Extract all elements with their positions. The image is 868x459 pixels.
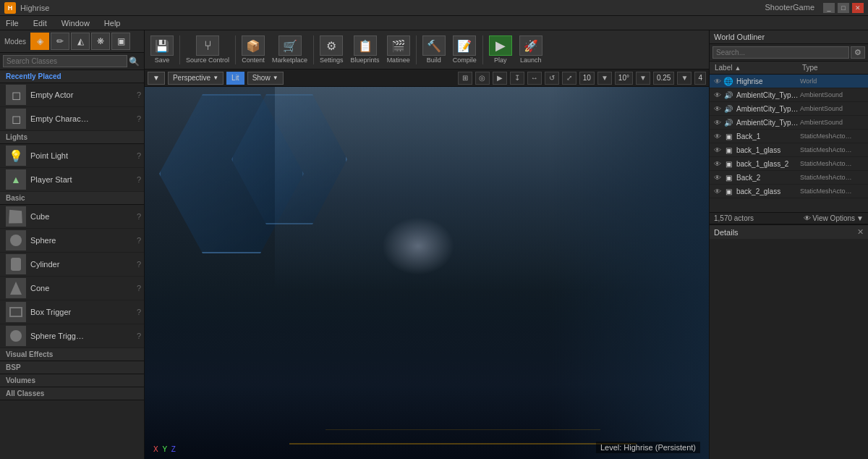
list-item[interactable]: ▲ Player Start ? bbox=[0, 168, 144, 192]
show-btn[interactable]: Show ▼ bbox=[247, 72, 284, 85]
mode-btn-foliage[interactable]: ❋ bbox=[91, 33, 110, 50]
menu-help[interactable]: Help bbox=[101, 17, 124, 29]
list-item[interactable]: Sphere Trigg… ? bbox=[0, 324, 144, 348]
menu-file[interactable]: File bbox=[3, 17, 22, 29]
details-close-icon[interactable]: ✕ bbox=[857, 227, 864, 237]
table-row[interactable]: 👁 🔊 AmbientCity_TypeC_Stereo_{Ambient… A… bbox=[710, 102, 868, 116]
mode-btn-place[interactable]: ◈ bbox=[30, 33, 49, 50]
outliner-type-col[interactable]: Type bbox=[800, 63, 865, 72]
settings-icon: ⚙ bbox=[320, 35, 343, 56]
empty-actor-help[interactable]: ? bbox=[137, 90, 141, 99]
menu-window[interactable]: Window bbox=[59, 17, 93, 29]
mode-btn-landscape[interactable]: ◭ bbox=[71, 33, 90, 50]
table-row[interactable]: 👁 🌐 Highrise World bbox=[710, 75, 868, 88]
build-tool[interactable]: 🔨 Build bbox=[420, 34, 448, 65]
menu-edit[interactable]: Edit bbox=[30, 17, 50, 29]
rotate-icon[interactable]: ↺ bbox=[545, 72, 559, 85]
matinee-tool[interactable]: 🎬 Matinee bbox=[384, 34, 413, 65]
camera-speed-icon[interactable]: ▶ bbox=[493, 72, 507, 85]
table-row[interactable]: 👁 ▣ back_1_glass_2 StaticMeshActo… bbox=[710, 157, 868, 171]
list-item[interactable]: Cube ? bbox=[0, 205, 144, 229]
compile-tool[interactable]: 📝 Compile bbox=[450, 34, 480, 65]
grid-icon[interactable]: ⊞ bbox=[458, 72, 472, 85]
scale-btn[interactable]: ▼ bbox=[677, 72, 692, 85]
sphere-trigger-help[interactable]: ? bbox=[137, 332, 141, 340]
visibility-toggle[interactable]: 👁 bbox=[712, 104, 723, 114]
row-type: StaticMeshActo… bbox=[800, 132, 865, 140]
content-tool[interactable]: 📦 Content bbox=[239, 34, 268, 65]
viewport[interactable]: Level: Highrise (Persistent) X Y Z bbox=[145, 87, 709, 459]
list-item[interactable]: ◻ Empty Charac… ? bbox=[0, 107, 144, 131]
sort-arrow-icon: ▲ bbox=[734, 64, 741, 72]
outliner-search-input[interactable] bbox=[712, 46, 849, 59]
settings-tool[interactable]: ⚙ Settings bbox=[317, 34, 346, 65]
category-visual-effects[interactable]: Visual Effects bbox=[0, 348, 144, 361]
visibility-toggle[interactable]: 👁 bbox=[712, 76, 723, 86]
point-light-help[interactable]: ? bbox=[137, 151, 141, 160]
cylinder-help[interactable]: ? bbox=[137, 260, 141, 269]
titlebar: H Highrise ShooterGame _ □ ✕ bbox=[0, 0, 868, 16]
app-icon: H bbox=[4, 2, 16, 14]
mode-btn-paint[interactable]: ✏ bbox=[51, 33, 69, 50]
visibility-toggle[interactable]: 👁 bbox=[712, 90, 723, 100]
close-button[interactable]: ✕ bbox=[852, 3, 864, 13]
visibility-toggle[interactable]: 👁 bbox=[712, 172, 723, 182]
outliner-label-col[interactable]: Label ▲ bbox=[712, 63, 800, 72]
mode-btn-geometry[interactable]: ▣ bbox=[111, 33, 130, 50]
viewport-dropdown-btn[interactable]: ▼ bbox=[148, 72, 165, 85]
table-row[interactable]: 👁 ▣ Back_1 StaticMeshActo… bbox=[710, 130, 868, 143]
view-options-button[interactable]: 👁 View Options ▼ bbox=[804, 214, 864, 222]
blueprints-tool[interactable]: 📋 Blueprints bbox=[348, 34, 383, 65]
matinee-label: Matinee bbox=[387, 56, 410, 64]
table-row[interactable]: 👁 🔊 AmbientCity_TypeC_Stereo AmbientSoun… bbox=[710, 88, 868, 102]
list-item[interactable]: Sphere ? bbox=[0, 229, 144, 253]
cube-help[interactable]: ? bbox=[137, 212, 141, 221]
outliner-settings-icon[interactable]: ⚙ bbox=[851, 46, 865, 59]
list-item[interactable]: Cone ? bbox=[0, 277, 144, 300]
sphere-help[interactable]: ? bbox=[137, 236, 141, 245]
list-item[interactable]: ◻ Empty Actor ? bbox=[0, 83, 144, 107]
visibility-toggle[interactable]: 👁 bbox=[712, 186, 723, 196]
category-recently-placed[interactable]: Recently Placed bbox=[0, 70, 144, 83]
table-row[interactable]: 👁 🔊 AmbientCity_TypeD_Stereo_{Ambient… A… bbox=[710, 116, 868, 130]
player-start-help[interactable]: ? bbox=[137, 175, 141, 184]
play-tool[interactable]: ▶ Play bbox=[486, 34, 515, 65]
play-icon: ▶ bbox=[489, 35, 512, 56]
cone-help[interactable]: ? bbox=[137, 284, 141, 292]
maximize-button[interactable]: □ bbox=[838, 3, 849, 13]
cube-icon bbox=[6, 206, 26, 227]
lit-btn[interactable]: Lit bbox=[226, 72, 244, 85]
angle-btn[interactable]: ▼ bbox=[636, 72, 650, 85]
list-item[interactable]: Cylinder ? bbox=[0, 253, 144, 277]
source-control-tool[interactable]: ⑂ Source Control bbox=[183, 34, 232, 65]
translate-icon[interactable]: ↔ bbox=[527, 72, 542, 85]
save-tool[interactable]: 💾 Save bbox=[148, 34, 176, 65]
visibility-toggle[interactable]: 👁 bbox=[712, 159, 723, 169]
source-control-label: Source Control bbox=[186, 56, 229, 64]
table-row[interactable]: 👁 ▣ back_1_glass StaticMeshActo… bbox=[710, 143, 868, 157]
table-row[interactable]: 👁 ▣ Back_2 StaticMeshActo… bbox=[710, 171, 868, 185]
table-row[interactable]: 👁 ▣ back_2_glass StaticMeshActo… bbox=[710, 185, 868, 198]
category-bsp[interactable]: BSP bbox=[0, 361, 144, 374]
category-lights[interactable]: Lights bbox=[0, 131, 144, 144]
list-item[interactable]: 💡 Point Light ? bbox=[0, 144, 144, 168]
empty-char-help[interactable]: ? bbox=[137, 114, 141, 123]
visibility-toggle[interactable]: 👁 bbox=[712, 131, 723, 141]
minimize-button[interactable]: _ bbox=[823, 3, 835, 13]
category-basic[interactable]: Basic bbox=[0, 192, 144, 205]
floor-grid-line-h2 bbox=[326, 429, 600, 430]
scale-icon[interactable]: ⤢ bbox=[562, 72, 576, 85]
category-all-classes[interactable]: All Classes bbox=[0, 387, 144, 400]
perspective-btn[interactable]: Perspective ▼ bbox=[168, 72, 224, 85]
marketplace-tool[interactable]: 🛒 Marketplace bbox=[269, 34, 310, 65]
list-item[interactable]: Box Trigger ? bbox=[0, 300, 144, 324]
box-trigger-help[interactable]: ? bbox=[137, 308, 141, 316]
snap-icon[interactable]: ◎ bbox=[475, 72, 490, 85]
launch-tool[interactable]: 🚀 Launch bbox=[516, 34, 545, 65]
category-volumes[interactable]: Volumes bbox=[0, 374, 144, 387]
visibility-toggle[interactable]: 👁 bbox=[712, 117, 723, 127]
search-classes-input[interactable] bbox=[3, 55, 127, 67]
visibility-toggle[interactable]: 👁 bbox=[712, 145, 723, 155]
grid-size-btn[interactable]: ▼ bbox=[597, 72, 612, 85]
surface-snap-icon[interactable]: ↧ bbox=[510, 72, 524, 85]
